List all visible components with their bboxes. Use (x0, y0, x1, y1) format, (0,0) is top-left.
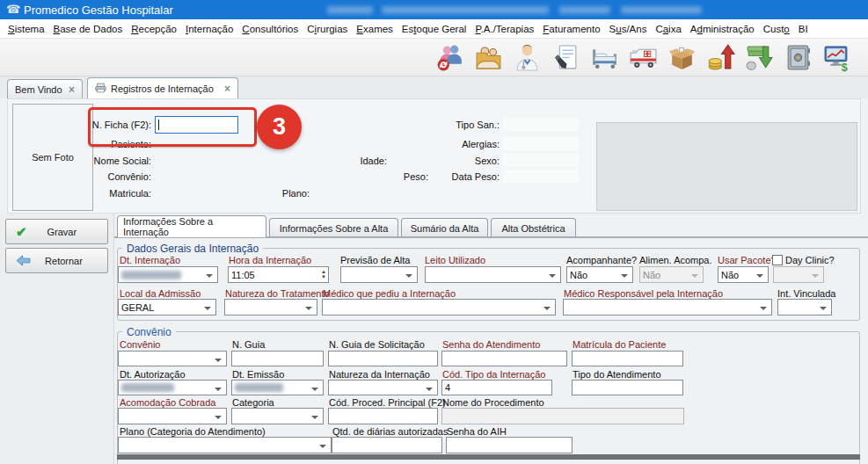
menu-item-estoque-geral[interactable]: Estoque Geral (398, 19, 471, 39)
dt-internacao-combo[interactable] (118, 266, 218, 283)
n-guia-input[interactable] (231, 351, 324, 366)
int-vinculada-label: Int. Vinculada (777, 288, 835, 299)
previsao-alta-combo[interactable] (340, 266, 418, 283)
users-sync-icon[interactable] (434, 41, 464, 74)
dt-autorizacao-combo[interactable] (118, 380, 227, 395)
redacted-title-text (327, 6, 373, 14)
natureza-internacao-combo[interactable] (328, 380, 438, 395)
alergias-value (503, 137, 579, 150)
tab-informacoes-sobre-a-alta[interactable]: Informações Sobre a Alta (269, 218, 398, 237)
check-icon: ✔ (16, 224, 27, 240)
natureza-tratamento-combo[interactable] (224, 299, 317, 315)
tab-alta-obstetrica[interactable]: Alta Obstétrica (491, 218, 576, 237)
cod-tipo-internacao-input[interactable]: 4 (441, 380, 552, 395)
menu-item-base-de-dados[interactable]: Base de Dados (49, 19, 128, 39)
payment-down-icon[interactable] (744, 41, 774, 74)
document-tabbar: Bem Vindo × Registros de Internação × (0, 76, 868, 98)
tab-sumario-da-alta[interactable]: Sumário da Alta (401, 218, 488, 237)
doctor-icon[interactable] (512, 41, 542, 74)
leito-utilizado-combo[interactable] (425, 266, 561, 283)
acomodacao-cobrada-combo[interactable] (118, 408, 227, 424)
dt-internacao-label: Dt. Internação (120, 255, 180, 265)
menu-item-sistema[interactable]: Sistema (4, 19, 49, 39)
tab-bem-vindo[interactable]: Bem Vindo × (7, 79, 83, 98)
stock-box-icon[interactable] (667, 41, 697, 74)
menubar: SistemaBase de DadosRecepçãoInternaçãoCo… (0, 19, 868, 39)
tipo-san-value (503, 118, 579, 131)
matricula-paciente-input[interactable] (572, 351, 683, 366)
categoria-combo[interactable] (231, 408, 324, 424)
redacted-title-text (621, 6, 702, 14)
menu-item-consultorios[interactable]: Consultórios (237, 19, 303, 39)
ambulance-icon[interactable] (628, 41, 658, 74)
day-clinic-combo[interactable] (773, 266, 824, 283)
retornar-button[interactable]: Retornar (5, 248, 108, 273)
acomodacao-cobrada-label: Acomodação Cobrada (120, 397, 215, 408)
convenio-section-title: Convênio (122, 326, 176, 338)
app-phone-icon: ☎ (6, 3, 20, 16)
usar-pacote-combo[interactable]: Não (718, 266, 769, 283)
tab-informacoes-sobre-a-internacao[interactable]: Informações Sobre a Internação (117, 215, 266, 237)
menu-item-custo[interactable]: Custo (759, 19, 794, 39)
cod-proced-principal-label: Cód. Proced. Principal (F2) (329, 397, 446, 408)
menu-item-bi[interactable]: BI (794, 19, 813, 39)
plano-categoria-combo[interactable] (118, 437, 332, 453)
senha-aih-input[interactable] (446, 437, 573, 453)
acompanhante-label: Acompanhante? (566, 255, 637, 265)
data-peso-label: Data Peso: (452, 171, 500, 182)
revenue-up-icon[interactable] (705, 41, 735, 74)
menu-item-internacao[interactable]: Internação (181, 19, 237, 39)
menu-item-cirurgias[interactable]: Cirurgias (303, 19, 352, 39)
menu-item-caixa[interactable]: Caixa (651, 19, 685, 39)
dt-emissao-combo[interactable] (231, 380, 324, 395)
close-icon[interactable]: × (69, 83, 75, 96)
svg-text:$: $ (841, 62, 847, 72)
application-window: ☎ Promedico Gestão Hospitalar SistemaBas… (0, 0, 868, 464)
menu-item-p-a-terapias[interactable]: P.A./Terapias (470, 19, 538, 39)
qtd-diarias-label: Qtd. de diárias autorizadas (332, 426, 448, 437)
finance-chart-icon[interactable]: $ (821, 41, 851, 74)
menu-item-exames[interactable]: Exames (352, 19, 398, 39)
acompanhante-combo[interactable]: Não (566, 266, 633, 283)
tipo-san-label: Tipo San.: (456, 120, 500, 130)
close-icon[interactable]: × (224, 83, 230, 95)
natureza-tratamento-label: Natureza do Tratamento (225, 288, 330, 299)
menu-item-recepcao[interactable]: Recepção (127, 19, 181, 39)
n-guia-solicitacao-input[interactable] (328, 351, 438, 366)
convenio-combo[interactable] (118, 351, 227, 366)
patient-folder-icon[interactable] (473, 41, 503, 74)
qtd-diarias-input[interactable] (332, 437, 442, 453)
nome-procedimento-label: Nome do Procedimento (442, 397, 544, 408)
tab-registros-de-internacao[interactable]: Registros de Internação × (87, 77, 238, 98)
medico-pediu-combo[interactable] (322, 299, 556, 315)
alergias-label: Alergias: (462, 139, 500, 149)
no-photo-placeholder: Sem Foto (12, 104, 93, 211)
natureza-internacao-label: Natureza da Internação (329, 369, 430, 380)
hora-internacao-label: Hora da Internação (229, 255, 311, 265)
redacted-value (121, 383, 174, 392)
day-clinic-checkbox[interactable] (772, 255, 783, 265)
alimen-acompa-combo[interactable]: Não (639, 266, 704, 283)
menu-item-administracao[interactable]: Administração (686, 19, 759, 39)
tipo-atendimento-input[interactable] (572, 380, 683, 395)
sexo-label: Sexo: (475, 156, 500, 166)
safe-icon[interactable] (783, 41, 813, 74)
medico-responsavel-combo[interactable] (563, 299, 772, 315)
hora-internacao-spinner[interactable]: 11:05▲▼ (228, 266, 329, 283)
int-vinculada-combo[interactable] (777, 299, 832, 315)
senha-atendimento-input[interactable] (441, 351, 567, 366)
gravar-button[interactable]: ✔ Gravar (5, 219, 108, 244)
observations-panel (596, 122, 857, 211)
section-splitter[interactable] (117, 454, 860, 460)
local-admissao-combo[interactable]: GERAL (118, 299, 216, 315)
convenio-field-label: Convênio (120, 339, 160, 350)
menu-item-sus-ans[interactable]: Sus/Ans (605, 19, 652, 39)
cod-proced-principal-input[interactable] (328, 408, 438, 424)
spin-down-icon[interactable]: ▼ (321, 275, 326, 279)
tipo-atendimento-label: Tipo do Atendimento (573, 369, 661, 380)
hospital-bed-icon[interactable] (589, 41, 619, 74)
prescription-icon[interactable] (551, 41, 580, 74)
menu-item-faturamento[interactable]: Faturamento (538, 19, 604, 39)
tab-label: Registros de Internação (111, 83, 214, 94)
annotation-highlight-box (88, 107, 257, 147)
